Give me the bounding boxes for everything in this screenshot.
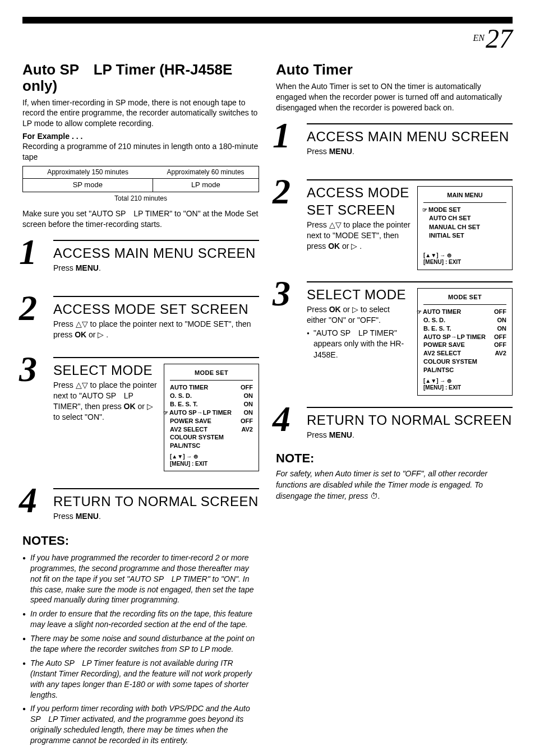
mode-lp: LP mode [153,178,259,192]
right-step3-desc: Press OK or to select either "ON" or "OF… [307,304,411,326]
right-step-3: 3 SELECT MODE Press OK or to select eith… [276,281,513,396]
notes-list: If you have programmed the recorder to t… [22,553,259,746]
note-item: If you perform timer recording with both… [22,703,259,746]
note-item: In order to ensure that the recording fi… [22,609,259,630]
left-column: Auto SP LP Timer (HR-J458E only) If, whe… [22,62,259,749]
page-prefix: EN [473,33,485,43]
left-step4-desc: Press MENU. [53,511,259,522]
right-section-title: Auto Timer [276,62,513,78]
right-triangle-icon [98,330,104,340]
left-step3-title: SELECT MODE [53,361,157,379]
left-step-3: 3 SELECT MODE Press to place the pointer… [22,357,259,471]
down-triangle-icon [82,380,88,391]
note-item: There may be some noise and sound distur… [22,633,259,655]
right-step3-bullet: "AUTO SP LP TIMER" appears only with the… [307,328,411,361]
right-step4-desc: Press MENU. [307,430,513,440]
left-step-2: 2 ACCESS MODE SET SCREEN Press to place … [22,296,259,340]
right-note-block: NOTE: For safety, when Auto timer is set… [276,451,513,502]
ok-circle-icon [447,378,451,384]
right-step-4: 4 RETURN TO NORMAL SCREEN Press MENU. [276,407,513,440]
right-step-2: 2 ACCESS MODE SET SCREEN Press to place … [276,179,513,270]
mode-set-rows: AUTO TIMEROFF O. S. D.ON B. E. S. T.ON A… [423,308,506,374]
box-title: MODE SET [170,369,253,377]
step-number-icon: 4 [19,486,37,514]
left-step2-title: ACCESS MODE SET SCREEN [53,300,259,318]
example-label: For Example . . . [22,131,259,141]
left-step-4: 4 RETURN TO NORMAL SCREEN Press MENU. [22,488,259,522]
approx-sp: Approximately 150 minutes [23,166,153,179]
up-triangle-icon [329,220,335,230]
left-section-title: Auto SP LP Timer (HR-J458E only) [22,62,259,94]
right-step-1: 1 ACCESS MAIN MENU SCREEN Press MENU. [276,123,513,157]
pointer-icon: MODE SET [429,206,506,214]
right-column: Auto Timer When the Auto Timer is set to… [276,62,513,749]
page-num: 27 [486,24,513,53]
down-triangle-icon [335,220,342,230]
step-number-icon: 3 [273,279,290,308]
left-step3-desc: Press to place the pointer next to "AUTO… [53,380,157,423]
approx-lp: Approximately 60 minutes [153,166,259,179]
left-step1-title: ACCESS MAIN MENU SCREEN [53,244,259,262]
notes-heading: NOTES: [22,533,259,549]
ok-circle-icon [193,453,198,460]
pointer-icon: AUTO SP→LP TIMER [170,409,232,417]
right-step4-title: RETURN TO NORMAL SCREEN [307,411,513,429]
mode-set-box-right: MODE SET AUTO TIMEROFF O. S. D.ON B. E. … [417,288,513,396]
page-number: EN27 [22,21,513,56]
left-step-1: 1 ACCESS MAIN MENU SCREEN Press MENU. [22,240,259,273]
mode-set-rows: AUTO TIMEROFF O. S. D.ON B. E. S. T.ON A… [170,383,253,450]
down-triangle-icon [82,319,88,330]
left-intro: If, when timer-recording in SP mode, the… [22,98,259,129]
left-set-note: Make sure you set "AUTO SP LP TIMER" to … [22,208,259,230]
left-step4-title: RETURN TO NORMAL SCREEN [53,493,259,510]
box-title: MODE SET [423,293,506,301]
main-menu-box: MAIN MENU MODE SET AUTO CH SET MANUAL CH… [417,186,513,270]
step-number-icon: 2 [19,294,37,322]
mode-sp: SP mode [23,178,153,192]
step-number-icon: 1 [19,238,37,266]
timer-icon [370,491,378,500]
step-number-icon: 4 [273,405,290,433]
right-step3-title: SELECT MODE [307,286,411,303]
step-number-icon: 3 [19,355,37,383]
note-item: The Auto SP LP Timer feature is not avai… [22,658,259,701]
tape-total: Total 210 minutes [22,194,259,203]
right-intro: When the Auto Timer is set to ON the tim… [276,81,513,113]
right-step2-desc: Press to place the pointer next to "MODE… [307,220,411,252]
up-triangle-icon [76,380,82,391]
pointer-icon: AUTO TIMER [423,308,461,316]
right-triangle-icon [147,401,153,412]
note-text: For safety, when Auto timer is set to "O… [276,469,513,502]
up-triangle-icon [76,319,82,330]
right-triangle-icon [351,241,357,252]
tape-table: Approximately 150 minutes Approximately … [22,166,259,192]
right-step1-desc: Press MENU. [307,146,513,157]
step-number-icon: 1 [273,121,290,150]
left-step1-desc: Press MENU. [53,263,259,273]
right-step1-title: ACCESS MAIN MENU SCREEN [307,128,513,145]
note-title: NOTE: [276,451,513,467]
box-footer: [▲▼] → [MENU] : EXIT [423,252,461,266]
mode-set-box-left: MODE SET AUTO TIMEROFF O. S. D.ON B. E. … [164,364,259,471]
step-number-icon: 2 [273,177,290,206]
note-item: If you have programmed the recorder to t… [22,553,259,605]
right-triangle-icon [352,304,358,315]
right-step2-title: ACCESS MODE SET SCREEN [307,184,411,219]
left-step2-desc: Press to place the pointer next to "MODE… [53,319,259,340]
box-footer: [▲▼] → [MENU] : EXIT [170,453,253,467]
example-sub: Recording a programme of 210 minutes in … [22,141,259,163]
ok-circle-icon [447,252,451,258]
box-title: MAIN MENU [423,191,506,199]
box-footer: [▲▼] → [MENU] : EXIT [423,378,506,392]
